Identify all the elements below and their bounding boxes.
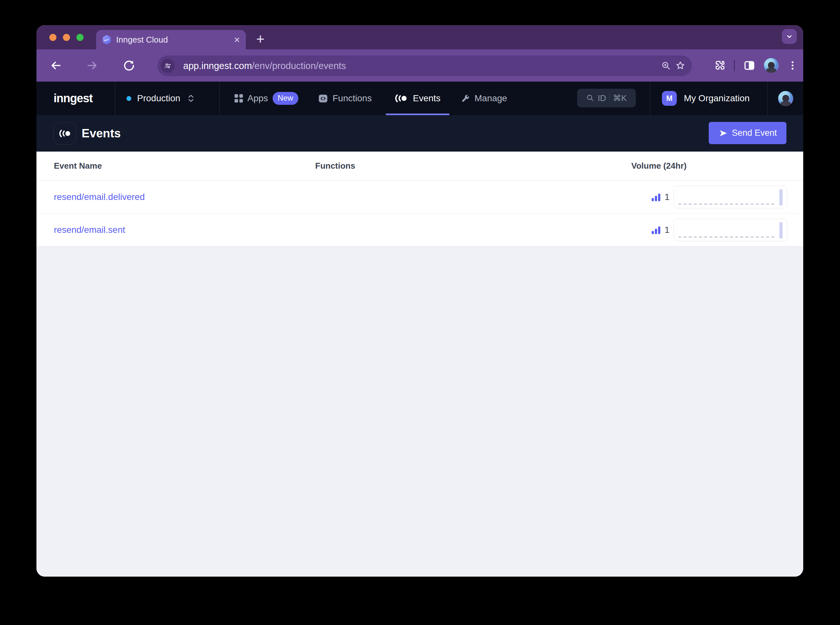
volume-count: 1 xyxy=(664,213,670,246)
browser-toolbar: app.inngest.com/env/production/events xyxy=(36,49,803,82)
tune-icon xyxy=(163,62,172,70)
url-domain: app.inngest.com xyxy=(183,61,252,71)
close-tab-icon[interactable]: × xyxy=(234,34,240,45)
zoom-window-button[interactable] xyxy=(76,34,84,41)
search-icon xyxy=(586,94,594,102)
bookmark-button[interactable] xyxy=(673,59,688,73)
sparkline-bar xyxy=(779,189,782,205)
search-divider xyxy=(609,93,610,103)
functions-label: Functions xyxy=(333,93,372,104)
events-table: Event Name Functions Volume (24hr) resen… xyxy=(36,152,803,577)
sparkline-zero-baseline xyxy=(678,236,776,238)
url-path: /env/production/events xyxy=(252,61,346,71)
search-shortcut: ⌘K xyxy=(613,93,627,103)
environment-selector[interactable]: Production xyxy=(126,82,196,115)
bar-chart-icon xyxy=(652,193,660,201)
page-header: Events Send Event xyxy=(36,115,803,152)
org-name: My Organization xyxy=(684,93,750,104)
url-bar[interactable]: app.inngest.com/env/production/events xyxy=(157,56,692,76)
toolbar-actions xyxy=(713,58,798,73)
org-selector[interactable]: M My Organization xyxy=(662,82,750,115)
volume-sparkline xyxy=(674,219,787,241)
browser-window: Inngest Cloud × + xyxy=(36,25,803,577)
extensions-icon[interactable] xyxy=(713,59,725,72)
environment-label: Production xyxy=(137,93,180,104)
wrench-icon xyxy=(460,93,470,103)
star-icon xyxy=(675,60,686,71)
back-icon[interactable] xyxy=(49,59,62,72)
search-box[interactable]: ID ⌘K xyxy=(577,89,636,107)
apps-label: Apps xyxy=(247,93,268,104)
nav-tab-apps[interactable]: Apps New xyxy=(235,82,299,115)
events-label: Events xyxy=(413,93,441,104)
toolbar-divider xyxy=(734,60,735,71)
new-badge: New xyxy=(272,92,299,105)
bar-chart-icon xyxy=(652,226,660,234)
nav-tab-manage[interactable]: Manage xyxy=(460,82,507,115)
send-event-label: Send Event xyxy=(732,128,777,138)
event-name-link[interactable]: resend/email.delivered xyxy=(54,180,145,213)
events-icon xyxy=(58,128,72,139)
volume-count: 1 xyxy=(664,180,670,213)
inngest-favicon xyxy=(102,34,112,45)
user-avatar[interactable] xyxy=(778,91,793,106)
minimize-window-button[interactable] xyxy=(63,34,70,41)
chevron-down-icon xyxy=(785,32,793,40)
apps-grid-icon xyxy=(235,94,243,103)
table-row[interactable]: resend/email.sent 1 xyxy=(36,213,803,246)
zoom-page-button[interactable] xyxy=(659,59,673,73)
sparkline-zero-baseline xyxy=(678,204,776,205)
nav-tab-functions[interactable]: Functions xyxy=(318,82,372,115)
close-window-button[interactable] xyxy=(49,34,56,41)
column-header-volume: Volume (24hr) xyxy=(631,152,686,180)
menu-kebab-icon[interactable] xyxy=(787,59,798,72)
url-text[interactable]: app.inngest.com/env/production/events xyxy=(183,61,659,71)
site-settings-button[interactable] xyxy=(161,59,175,73)
nav-tab-events[interactable]: Events xyxy=(394,82,441,115)
browser-tab[interactable]: Inngest Cloud × xyxy=(96,30,246,49)
inngest-logo[interactable]: inngest xyxy=(54,82,93,115)
volume-sparkline xyxy=(674,186,787,208)
column-header-functions: Functions xyxy=(315,152,355,180)
events-page-icon-box xyxy=(53,123,76,145)
tab-title: Inngest Cloud xyxy=(116,35,229,45)
event-name-link[interactable]: resend/email.sent xyxy=(54,213,125,246)
reload-icon[interactable] xyxy=(123,59,135,72)
send-event-button[interactable]: Send Event xyxy=(709,122,786,144)
functions-code-icon xyxy=(318,93,328,104)
manage-label: Manage xyxy=(474,93,507,104)
new-tab-button[interactable]: + xyxy=(252,31,269,48)
chevron-up-down-icon xyxy=(186,93,196,104)
window-controls xyxy=(49,34,84,41)
nav-divider xyxy=(767,82,768,115)
events-icon xyxy=(394,93,408,104)
send-icon xyxy=(719,128,728,138)
nav-divider xyxy=(219,82,220,115)
magnifier-plus-icon xyxy=(661,61,671,71)
page-title: Events xyxy=(82,115,121,152)
sparkline-bar xyxy=(779,222,782,238)
env-status-dot-icon xyxy=(126,96,131,101)
nav-divider xyxy=(650,82,650,115)
app-navbar: inngest Production Apps New Functions xyxy=(36,82,803,115)
org-avatar: M xyxy=(662,91,677,106)
browser-profile-avatar[interactable] xyxy=(764,58,779,73)
side-panel-icon[interactable] xyxy=(743,59,756,72)
forward-icon[interactable] xyxy=(86,59,99,72)
search-label: ID xyxy=(598,93,606,103)
tab-overview-button[interactable] xyxy=(782,29,797,44)
tab-bar: Inngest Cloud × + xyxy=(36,25,803,49)
table-header: Event Name Functions Volume (24hr) xyxy=(36,152,803,180)
table-row[interactable]: resend/email.delivered 1 xyxy=(36,180,803,213)
column-header-event-name: Event Name xyxy=(54,152,102,180)
